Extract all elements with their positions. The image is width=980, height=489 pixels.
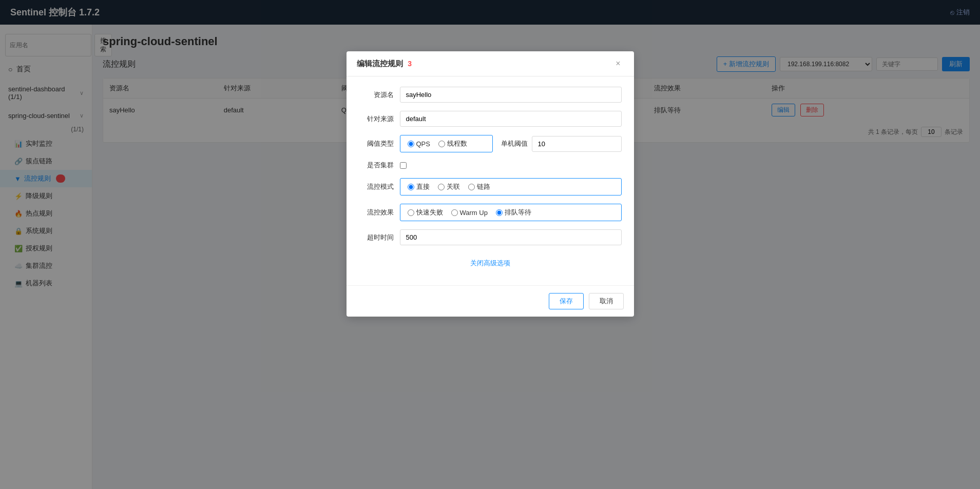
qps-radio[interactable]: [408, 141, 414, 147]
form-row-flow-mode: 流控模式 直接 关联 链路: [359, 178, 622, 195]
modal-header: 编辑流控规则 3 ×: [347, 51, 634, 76]
relate-radio[interactable]: [438, 184, 445, 190]
modal-title: 编辑流控规则: [357, 59, 403, 68]
effect-label: 流控效果: [359, 208, 400, 217]
thread-radio-label[interactable]: 线程数: [438, 139, 467, 148]
modal-body: 资源名 针对来源 阈值类型 QPS: [347, 76, 634, 285]
direct-radio[interactable]: [408, 184, 414, 190]
modal-footer: 保存 取消: [347, 285, 634, 317]
modal-badge: 3: [408, 60, 412, 68]
chain-radio[interactable]: [468, 184, 475, 190]
modal-overlay: 编辑流控规则 3 × 资源名 针对来源: [92, 25, 980, 489]
cluster-label: 是否集群: [359, 161, 400, 170]
relate-radio-label[interactable]: 关联: [438, 182, 460, 191]
advanced-options-link[interactable]: 关闭高级选项: [470, 256, 510, 271]
fast-fail-radio-label[interactable]: 快速失败: [408, 208, 443, 217]
form-row-resource: 资源名: [359, 87, 622, 103]
fast-fail-radio[interactable]: [408, 209, 414, 216]
single-threshold-label: 单机阈值: [501, 139, 528, 148]
save-button[interactable]: 保存: [549, 293, 584, 309]
form-row-cluster: 是否集群: [359, 161, 622, 170]
form-row-effect: 流控效果 快速失败 Warm Up: [359, 204, 622, 221]
resource-input[interactable]: [400, 87, 622, 103]
main-content: spring-cloud-sentinel 流控规则 + 新增流控规则 192.…: [92, 25, 980, 489]
thread-radio[interactable]: [438, 141, 445, 147]
source-label: 针对来源: [359, 114, 400, 124]
advanced-options-row: 关闭高级选项: [359, 253, 622, 275]
flow-mode-label: 流控模式: [359, 182, 400, 191]
qps-radio-label[interactable]: QPS: [408, 140, 430, 148]
form-row-threshold-type: 阈值类型 QPS 线程数 单机阈值: [359, 135, 622, 152]
layout: 搜索 ○ 首页 sentinel-dashboard (1/1) ∨ sprin…: [0, 25, 980, 489]
threshold-type-group: QPS 线程数: [400, 135, 493, 152]
resource-label: 资源名: [359, 90, 400, 100]
queue-radio[interactable]: [496, 209, 503, 216]
timeout-label: 超时时间: [359, 233, 400, 242]
effect-group: 快速失败 Warm Up 排队等待: [400, 204, 622, 221]
modal-title-area: 编辑流控规则 3: [357, 59, 412, 69]
warmup-radio-label[interactable]: Warm Up: [451, 209, 488, 217]
cluster-checkbox[interactable]: [400, 162, 407, 169]
source-input[interactable]: [400, 111, 622, 127]
form-row-timeout: 超时时间: [359, 229, 622, 245]
modal-close-button[interactable]: ×: [612, 58, 623, 69]
form-row-source: 针对来源: [359, 111, 622, 127]
threshold-value-input[interactable]: [532, 136, 622, 152]
direct-radio-label[interactable]: 直接: [408, 182, 430, 191]
cancel-button[interactable]: 取消: [589, 293, 624, 309]
flow-mode-group: 直接 关联 链路: [400, 178, 622, 195]
timeout-input[interactable]: [400, 229, 622, 245]
threshold-type-label: 阈值类型: [359, 139, 400, 148]
queue-radio-label[interactable]: 排队等待: [496, 208, 531, 217]
edit-modal: 编辑流控规则 3 × 资源名 针对来源: [347, 51, 634, 317]
chain-radio-label[interactable]: 链路: [468, 182, 490, 191]
warmup-radio[interactable]: [451, 209, 458, 216]
